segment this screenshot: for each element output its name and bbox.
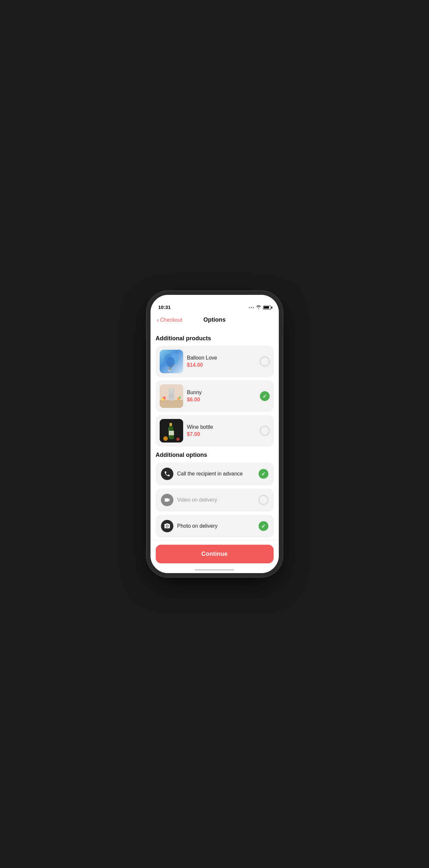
wifi-icon: [256, 305, 261, 310]
back-button[interactable]: ‹ Checkout: [157, 317, 183, 323]
svg-rect-18: [170, 423, 172, 426]
bunny-checkbox[interactable]: [260, 391, 270, 401]
video-icon: [161, 494, 173, 506]
wine-img: [160, 419, 183, 442]
balloon-img: [160, 350, 183, 373]
wine-bottle-image: [160, 419, 183, 442]
photo-icon: [161, 520, 173, 532]
svg-point-23: [166, 525, 168, 527]
wine-bottle-name: Wine bottle: [187, 424, 256, 430]
nav-bar: ‹ Checkout Options: [151, 312, 279, 327]
call-recipient-label: Call the recipient in advance: [177, 471, 255, 477]
product-bunny[interactable]: Bunny $6.00: [156, 380, 274, 412]
phone-frame: 10:31 ‹ Checkout Options: [151, 295, 279, 573]
bunny-image: [160, 384, 183, 408]
wine-bottle-info: Wine bottle $7.00: [187, 424, 256, 437]
bottom-bar: Continue: [151, 541, 279, 573]
wine-bottle-price: $7.00: [187, 431, 256, 437]
svg-point-10: [168, 388, 171, 394]
video-delivery-label: Video on delivery: [177, 497, 255, 503]
svg-point-21: [163, 436, 168, 441]
bunny-info: Bunny $6.00: [187, 390, 256, 403]
status-icons: [249, 305, 271, 310]
home-indicator: [195, 569, 234, 570]
svg-rect-6: [168, 370, 171, 371]
bunny-img: [160, 384, 183, 408]
option-video-delivery[interactable]: Video on delivery: [156, 489, 274, 512]
additional-options-title: Additional options: [156, 452, 274, 459]
photo-delivery-checkbox[interactable]: [258, 521, 268, 531]
signal-icon: [249, 307, 254, 308]
wine-bottle-checkbox[interactable]: [260, 426, 270, 436]
battery-icon: [263, 306, 271, 310]
photo-delivery-label: Photo on delivery: [177, 523, 255, 529]
additional-products-title: Additional products: [156, 335, 274, 342]
bunny-price: $6.00: [187, 397, 256, 403]
video-delivery-checkbox[interactable]: [258, 495, 268, 505]
balloon-love-name: Balloon Love: [187, 355, 256, 361]
back-chevron-icon: ‹: [157, 317, 159, 323]
svg-point-22: [176, 438, 180, 441]
status-time: 10:31: [158, 304, 171, 310]
continue-button[interactable]: Continue: [156, 545, 274, 563]
balloon-love-price: $14.00: [187, 362, 256, 368]
balloon-love-info: Balloon Love $14.00: [187, 355, 256, 368]
page-title: Options: [204, 316, 225, 323]
balloon-love-image: [160, 350, 183, 373]
back-label: Checkout: [160, 317, 183, 323]
bunny-name: Bunny: [187, 390, 256, 396]
screen: ‹ Checkout Options Additional products: [151, 312, 279, 573]
svg-point-11: [172, 388, 174, 394]
product-balloon-love[interactable]: Balloon Love $14.00: [156, 346, 274, 377]
option-call-recipient[interactable]: Call the recipient in advance: [156, 462, 274, 485]
svg-point-15: [162, 398, 164, 401]
status-bar: 10:31: [151, 295, 279, 312]
balloon-love-checkbox[interactable]: [260, 356, 270, 366]
svg-rect-19: [169, 431, 174, 435]
call-icon: [161, 468, 173, 480]
main-content: Additional products: [151, 327, 279, 573]
svg-point-2: [167, 357, 175, 367]
svg-point-16: [179, 397, 181, 398]
svg-rect-8: [160, 400, 183, 408]
product-wine-bottle[interactable]: Wine bottle $7.00: [156, 415, 274, 446]
svg-point-12: [169, 394, 174, 399]
call-recipient-checkbox[interactable]: [258, 469, 268, 479]
option-photo-delivery[interactable]: Photo on delivery: [156, 515, 274, 537]
